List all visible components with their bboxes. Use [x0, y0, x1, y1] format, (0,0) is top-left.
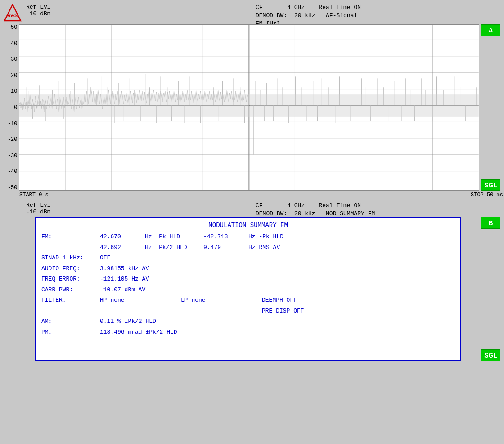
cf-row: CF 4 GHz Real Time ON — [256, 4, 361, 12]
y-axis-labels: 50 40 30 20 10 0 -10 -20 -30 -40 -50 — [4, 24, 19, 191]
waveform-svg — [19, 25, 479, 190]
btn-sgl-bottom[interactable]: SGL — [481, 349, 500, 361]
side-buttons-bottom: B SGL — [481, 217, 500, 361]
mod-summary-row: MODULATION SUMMARY FM FM: 42.670 Hz +Pk … — [4, 217, 500, 361]
sinad-row: SINAD 1 kHz: OFF — [41, 254, 455, 263]
audio-freq-row: AUDIO FREQ: 3.98155 kHz AV — [41, 264, 455, 273]
svg-rect-106 — [250, 94, 479, 117]
ref-level-value: -10 dBm — [26, 10, 51, 17]
fm-row-2: 42.692 Hz ±Pk/2 HLD 9.479 Hz RMS AV — [41, 243, 455, 252]
freq-error-row: FREQ ERROR: -121.105 Hz AV — [41, 275, 455, 284]
fm-label: FM: — [41, 232, 100, 241]
carr-pwr-row: CARR PWR: -10.07 dBm AV — [41, 285, 455, 294]
demod-bw-row: DEMOD BW: 20 kHz AF-Signal — [256, 12, 361, 20]
btn-b[interactable]: B — [481, 217, 500, 229]
svg-text:R&S: R&S — [7, 13, 18, 18]
bottom-section: Ref Lvl -10 dBm CF 4 GHz Real Time ON DE… — [4, 202, 500, 361]
top-info: R&S Ref Lvl -10 dBm CF 4 GHz Real Time O… — [4, 4, 500, 23]
waveform-chart — [19, 24, 479, 191]
ref-info: Ref Lvl -10 dBm — [26, 4, 51, 17]
btn-sgl-top[interactable]: SGL — [481, 179, 500, 191]
x-stop-label: STOP 50 ms — [471, 192, 503, 198]
x-start-label: START 0 s — [19, 192, 49, 198]
modulation-box: MODULATION SUMMARY FM FM: 42.670 Hz +Pk … — [35, 217, 461, 361]
ref-level-label: Ref Lvl — [26, 4, 51, 10]
am-row: AM: 0.11 % ±Pk/2 HLD — [41, 317, 455, 326]
pm-row: PM: 118.496 mrad ±Pk/2 HLD — [41, 328, 455, 337]
svg-rect-105 — [19, 94, 249, 117]
filter-row: FILTER: HP none LP none DEEMPH OFF — [41, 296, 455, 305]
side-buttons-top: A SGL — [481, 24, 500, 191]
fm-row-1: FM: 42.670 Hz +Pk HLD -42.713 Hz -Pk HLD — [41, 232, 455, 241]
pre-disp-row: PRE DISP OFF — [41, 307, 455, 316]
top-header-row: R&S Ref Lvl -10 dBm CF 4 GHz Real Time O… — [4, 4, 500, 22]
btn-a[interactable]: A — [481, 24, 500, 36]
bottom-header-row: Ref Lvl -10 dBm CF 4 GHz Real Time ON DE… — [4, 202, 500, 215]
modulation-title: MODULATION SUMMARY FM — [41, 222, 455, 229]
bottom-ref-info: Ref Lvl -10 dBm — [26, 202, 51, 215]
x-axis-labels: START 0 s STOP 50 ms — [19, 191, 503, 198]
main-container: R&S Ref Lvl -10 dBm CF 4 GHz Real Time O… — [0, 0, 504, 444]
rs-logo: R&S — [4, 4, 22, 22]
chart-wrapper: 50 40 30 20 10 0 -10 -20 -30 -40 -50 — [4, 24, 500, 191]
